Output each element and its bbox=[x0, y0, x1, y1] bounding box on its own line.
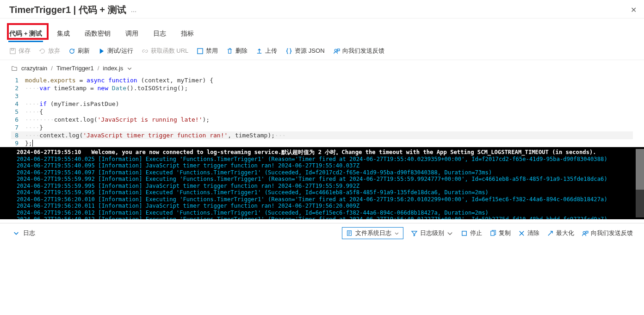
save-label: 保存 bbox=[19, 47, 31, 55]
save-icon bbox=[9, 48, 16, 55]
svg-rect-3 bbox=[198, 48, 203, 53]
svg-point-11 bbox=[583, 231, 585, 234]
breadcrumb-function[interactable]: TimerTrigger1 bbox=[56, 65, 94, 72]
tab-logs[interactable]: 日志 bbox=[152, 27, 167, 42]
save-button: 保存 bbox=[9, 47, 31, 55]
more-icon[interactable]: … bbox=[131, 6, 137, 13]
folder-icon bbox=[11, 65, 18, 72]
code-editor[interactable]: 1module.exports = async function (contex… bbox=[0, 76, 644, 147]
stop-button[interactable]: 停止 bbox=[461, 229, 482, 237]
logs-feedback-button[interactable]: 向我们发送反馈 bbox=[582, 229, 633, 237]
sep: / bbox=[98, 65, 99, 72]
refresh-button[interactable]: 刷新 bbox=[68, 47, 90, 55]
log-source-select[interactable]: 文件系统日志 bbox=[342, 227, 403, 239]
upload-button[interactable]: 上传 bbox=[256, 47, 277, 55]
discard-button: 放弃 bbox=[39, 47, 60, 55]
chevron-down-icon bbox=[446, 230, 453, 237]
log-level-label: 日志级别 bbox=[420, 229, 444, 237]
stop-icon bbox=[461, 230, 468, 237]
refresh-label: 刷新 bbox=[78, 47, 90, 55]
logs-title: 日志 bbox=[23, 229, 35, 237]
resource-json-label: 资源 JSON bbox=[295, 47, 324, 55]
delete-button[interactable]: 删除 bbox=[226, 47, 248, 55]
upload-label: 上传 bbox=[265, 47, 277, 55]
svg-point-4 bbox=[334, 49, 337, 51]
tab-function-keys[interactable]: 函数密钥 bbox=[84, 27, 111, 42]
tab-integrate[interactable]: 集成 bbox=[56, 27, 71, 42]
breadcrumb-app[interactable]: crazytrain bbox=[21, 65, 47, 72]
svg-marker-2 bbox=[100, 48, 104, 53]
copy-button[interactable]: 复制 bbox=[489, 229, 511, 237]
person-feedback-icon bbox=[582, 230, 588, 237]
braces-icon bbox=[285, 48, 292, 55]
chevron-down-icon bbox=[394, 231, 399, 236]
filter-icon bbox=[411, 230, 418, 237]
console-scrollbar[interactable] bbox=[636, 149, 644, 217]
file-icon bbox=[346, 230, 353, 236]
scroll-thumb[interactable] bbox=[636, 149, 644, 190]
undo-icon bbox=[39, 48, 46, 55]
upload-icon bbox=[256, 48, 263, 55]
disable-label: 禁用 bbox=[206, 47, 218, 55]
feedback-label: 向我们发送反馈 bbox=[342, 47, 384, 55]
get-url-label: 获取函数 URL bbox=[151, 47, 189, 55]
svg-rect-9 bbox=[462, 231, 466, 235]
resource-json-button[interactable]: 资源 JSON bbox=[285, 47, 324, 55]
svg-rect-1 bbox=[12, 48, 14, 50]
breadcrumb-file[interactable]: index.js bbox=[103, 65, 123, 72]
refresh-icon bbox=[68, 48, 75, 55]
maximize-label: 最大化 bbox=[556, 229, 574, 237]
page-header: TimerTrigger1 | 代码 + 测试 … ✕ bbox=[0, 0, 644, 19]
tabs-bar: 代码 + 测试 集成 函数密钥 调用 日志 指标 bbox=[0, 19, 644, 42]
person-feedback-icon bbox=[333, 48, 340, 55]
test-run-button[interactable]: 测试/运行 bbox=[98, 47, 133, 55]
discard-label: 放弃 bbox=[48, 47, 60, 55]
maximize-icon bbox=[547, 230, 554, 237]
tab-invoke[interactable]: 调用 bbox=[124, 27, 139, 42]
svg-rect-10 bbox=[491, 231, 495, 235]
toolbar: 保存 放弃 刷新 测试/运行 获取函数 URL 禁用 删除 上传 资源 JSON… bbox=[0, 42, 644, 60]
logs-feedback-label: 向我们发送反馈 bbox=[591, 229, 633, 237]
play-icon bbox=[98, 48, 105, 55]
logs-header: 日志 文件系统日志 日志级别 停止 复制 清除 最大化 向我们发送反馈 bbox=[0, 223, 644, 243]
tab-code-test[interactable]: 代码 + 测试 bbox=[8, 27, 43, 42]
link-icon bbox=[142, 48, 149, 55]
trash-icon bbox=[226, 48, 233, 55]
chevron-down-icon[interactable] bbox=[127, 66, 132, 71]
log-console[interactable]: 2024-06-27T19:55:10 Welcome, you are now… bbox=[0, 147, 644, 219]
delete-label: 删除 bbox=[235, 47, 248, 55]
clear-button[interactable]: 清除 bbox=[518, 229, 539, 237]
maximize-button[interactable]: 最大化 bbox=[547, 229, 574, 237]
log-source-label: 文件系统日志 bbox=[355, 229, 391, 237]
close-icon[interactable]: ✕ bbox=[631, 6, 637, 14]
test-run-label: 测试/运行 bbox=[107, 47, 133, 55]
logs-toggle[interactable]: 日志 bbox=[13, 229, 35, 237]
svg-rect-0 bbox=[10, 48, 15, 53]
disable-button[interactable]: 禁用 bbox=[197, 47, 218, 55]
page-title: TimerTrigger1 | 代码 + 测试 bbox=[9, 4, 126, 16]
disable-icon bbox=[197, 48, 204, 55]
copy-icon bbox=[489, 230, 496, 237]
log-level-button[interactable]: 日志级别 bbox=[411, 229, 453, 237]
stop-label: 停止 bbox=[470, 229, 482, 237]
feedback-button[interactable]: 向我们发送反馈 bbox=[333, 47, 384, 55]
chevron-down-icon bbox=[13, 230, 19, 236]
tab-metrics[interactable]: 指标 bbox=[180, 27, 195, 42]
clear-icon bbox=[518, 230, 525, 237]
clear-label: 清除 bbox=[527, 229, 539, 237]
get-url-button: 获取函数 URL bbox=[142, 47, 189, 55]
breadcrumb: crazytrain / TimerTrigger1 / index.js bbox=[0, 60, 644, 76]
copy-label: 复制 bbox=[499, 229, 511, 237]
sep: / bbox=[51, 65, 53, 72]
